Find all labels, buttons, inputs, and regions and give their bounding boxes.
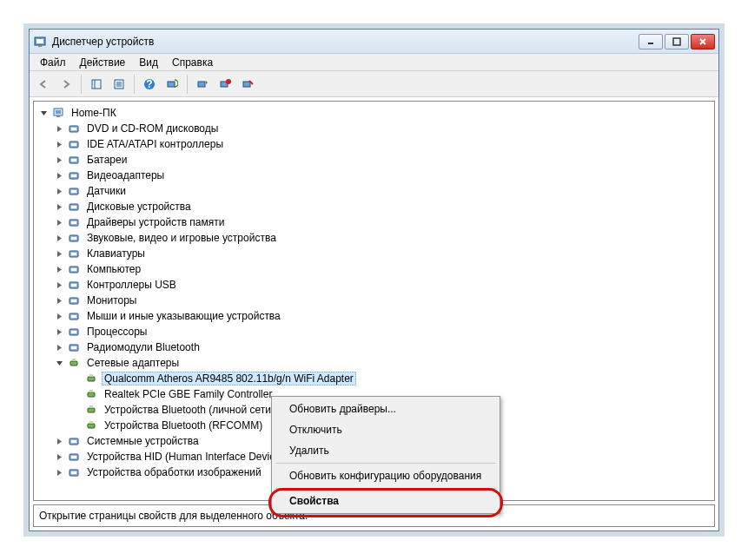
tree-category[interactable]: Клавиатуры	[39, 246, 714, 261]
tree-category[interactable]: Контроллеры USB	[39, 277, 714, 293]
expand-icon[interactable]	[55, 280, 64, 290]
expand-icon[interactable]	[55, 202, 64, 212]
device-icon	[67, 137, 81, 151]
toolbar-separator	[134, 75, 135, 94]
expand-icon[interactable]	[55, 452, 64, 462]
tree-category[interactable]: Радиомодули Bluetooth	[39, 339, 714, 355]
tree-category-network[interactable]: Сетевые адаптеры	[39, 355, 714, 371]
device-manager-window: Диспетчер устройств Файл Действие Вид Сп…	[29, 29, 719, 531]
expand-icon[interactable]	[55, 187, 64, 196]
device-icon	[67, 247, 81, 260]
expand-icon[interactable]	[55, 155, 64, 165]
network-adapter-icon	[84, 418, 98, 432]
ctx-scan-hardware[interactable]: Обновить конфигурацию оборудования	[274, 465, 498, 486]
network-adapter-icon	[84, 403, 98, 417]
svg-rect-56	[88, 377, 95, 381]
expand-icon[interactable]	[55, 171, 64, 181]
device-icon	[67, 200, 81, 214]
expand-icon[interactable]	[55, 218, 64, 227]
device-icon	[67, 215, 81, 229]
device-icon	[67, 168, 81, 182]
forward-button[interactable]	[56, 74, 76, 95]
tree-category[interactable]: Дисковые устройства	[39, 199, 714, 214]
tree-label: Qualcomm Atheros AR9485 802.11b/g/n WiFi…	[102, 372, 356, 385]
expand-icon[interactable]	[55, 312, 64, 321]
tree-category[interactable]: Мыши и иные указывающие устройства	[39, 308, 714, 324]
menu-help[interactable]: Справка	[165, 55, 220, 70]
menubar: Файл Действие Вид Справка	[30, 54, 718, 71]
tree-root[interactable]: Home-ПК	[39, 105, 714, 121]
svg-rect-58	[88, 392, 95, 397]
tree-category[interactable]: Видеоадаптеры	[39, 168, 714, 183]
menu-action[interactable]: Действие	[73, 55, 133, 70]
toolbar: ?	[30, 71, 718, 97]
svg-rect-63	[89, 421, 93, 424]
ctx-properties[interactable]: Свойства	[274, 491, 498, 511]
expand-icon[interactable]	[55, 296, 64, 306]
tree-device[interactable]: Qualcomm Atheros AR9485 802.11b/g/n WiFi…	[39, 371, 714, 386]
tree-label: DVD и CD-ROM дисководы	[84, 122, 221, 135]
svg-rect-2	[38, 45, 42, 47]
disable-button[interactable]	[237, 74, 258, 95]
collapse-icon[interactable]	[55, 359, 64, 368]
tree-category[interactable]: Компьютер	[39, 261, 714, 277]
help-button[interactable]: ?	[139, 74, 160, 95]
tree-label: Процессоры	[84, 325, 150, 339]
svg-rect-65	[71, 440, 76, 443]
expand-icon[interactable]	[55, 343, 64, 352]
ctx-disable[interactable]: Отключить	[274, 419, 498, 440]
svg-rect-49	[71, 315, 76, 318]
toolbar-separator	[187, 75, 188, 94]
toolbar-separator	[81, 75, 82, 94]
menu-file[interactable]: Файл	[33, 55, 73, 70]
tree-label: Устройства Bluetooth (RFCOMM)	[102, 418, 265, 432]
expand-icon[interactable]	[55, 140, 64, 149]
tree-category[interactable]: Батареи	[39, 152, 714, 168]
tree-category[interactable]: Мониторы	[39, 293, 714, 308]
svg-text:?: ?	[146, 78, 152, 90]
expand-icon[interactable]	[55, 249, 64, 259]
tree-category[interactable]: DVD и CD-ROM дисководы	[39, 121, 714, 136]
device-icon	[67, 325, 81, 339]
tree-label: Устройства Bluetooth (личной сети)	[102, 403, 277, 417]
expand-icon[interactable]	[55, 468, 64, 478]
update-driver-button[interactable]	[192, 74, 213, 95]
tree-label: Мониторы	[84, 293, 139, 307]
svg-rect-22	[56, 110, 61, 114]
tree-category[interactable]: Датчики	[39, 183, 714, 199]
svg-rect-43	[71, 268, 76, 271]
expand-icon[interactable]	[55, 234, 64, 243]
tree-category[interactable]: Драйверы устройств памяти	[39, 214, 714, 230]
expand-icon[interactable]	[55, 124, 64, 134]
device-icon	[67, 340, 81, 354]
close-button[interactable]	[691, 34, 715, 49]
tree-category[interactable]: Звуковые, видео и игровые устройства	[39, 230, 714, 246]
back-button[interactable]	[33, 74, 54, 95]
tree-label: Драйверы устройств памяти	[84, 215, 227, 229]
ctx-delete[interactable]: Удалить	[274, 440, 498, 461]
titlebar[interactable]: Диспетчер устройств	[30, 30, 718, 54]
expand-icon[interactable]	[55, 437, 64, 446]
show-hide-tree-button[interactable]	[86, 74, 107, 95]
device-icon	[67, 184, 81, 198]
tree-category[interactable]: IDE ATA/ATAPI контроллеры	[39, 136, 714, 152]
svg-rect-39	[71, 237, 76, 240]
uninstall-button[interactable]	[215, 74, 235, 95]
tree-label: Батареи	[84, 153, 129, 167]
svg-rect-25	[71, 128, 76, 130]
collapse-icon[interactable]	[39, 109, 49, 118]
menu-view[interactable]: Вид	[132, 55, 165, 70]
maximize-button[interactable]	[665, 34, 689, 49]
expand-icon[interactable]	[55, 327, 64, 337]
svg-rect-7	[92, 80, 101, 89]
properties-button[interactable]	[109, 74, 129, 95]
tree-category[interactable]: Процессоры	[39, 324, 714, 339]
minimize-button[interactable]	[639, 34, 663, 49]
svg-rect-33	[71, 190, 76, 193]
svg-rect-59	[89, 390, 93, 392]
expand-icon[interactable]	[55, 265, 64, 274]
scan-hardware-button[interactable]	[162, 74, 182, 95]
ctx-update-drivers[interactable]: Обновить драйверы...	[274, 399, 498, 419]
svg-line-6	[700, 39, 705, 44]
ctx-separator	[275, 488, 496, 489]
